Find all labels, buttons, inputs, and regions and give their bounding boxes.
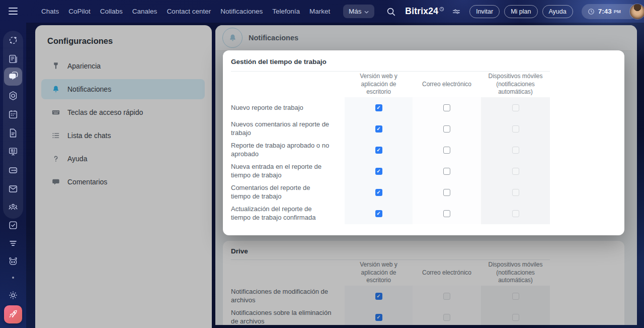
checkbox-disabled [512, 189, 519, 196]
checkbox-cell [413, 104, 481, 111]
table-row: Reporte de trabajo aprobado o no aprobad… [231, 140, 550, 161]
time-text: 7:43 [598, 8, 612, 15]
row-label: Actualización del reporte de tiempo de t… [231, 205, 345, 222]
column-header-version-web: Versión web y aplicación de escritorio [345, 73, 413, 96]
checkbox-cell [413, 168, 481, 175]
table-row: Nuevos comentarios al reporte de trabajo… [231, 118, 550, 140]
table-header-row: Versión web y aplicación de escritorioCo… [231, 72, 550, 97]
checkbox-cell [481, 104, 550, 111]
modal-table: Versión web y aplicación de escritorioCo… [231, 71, 616, 224]
section-title: Gestión del tiempo de trabajo [231, 50, 616, 71]
row-label: Nueva entrada en el reporte de tiempo de… [231, 163, 345, 180]
checkbox-unchecked[interactable] [443, 210, 450, 217]
bot-icon[interactable] [4, 252, 22, 271]
checkbox-cell: ✓ [345, 147, 413, 154]
checkbox-cell: ✓ [345, 168, 413, 175]
checkbox-cell [481, 168, 550, 175]
nav-item-collabs[interactable]: Collabs [100, 8, 123, 15]
topbar-right: Bitrix24 InvitarMi planAyuda 7:43 PM [385, 0, 638, 23]
share-network-icon[interactable] [4, 31, 22, 49]
top-nav: ChatsCoPilotCollabsCanalesContact center… [41, 0, 330, 23]
document-icon[interactable] [4, 124, 22, 142]
more-label: Más [349, 8, 362, 15]
drive-icon[interactable] [4, 161, 22, 179]
nav-item-canales[interactable]: Canales [132, 8, 157, 15]
checkbox-checked[interactable]: ✓ [375, 189, 382, 196]
nav-item-chats[interactable]: Chats [41, 8, 59, 15]
checkbox-disabled [512, 147, 519, 154]
left-rail [0, 23, 26, 328]
checkbox-cell: ✓ [345, 189, 413, 196]
checkbox-checked[interactable]: ✓ [375, 125, 382, 133]
time-widget[interactable]: 7:43 PM [582, 4, 638, 19]
checkbox-checked[interactable]: ✓ [375, 104, 382, 111]
chevron-down-icon [364, 11, 369, 14]
checkbox-cell [481, 125, 550, 133]
topbar-buttons: InvitarMi planAyuda [469, 5, 573, 18]
tasks-icon[interactable] [4, 216, 22, 234]
checkbox-unchecked[interactable] [443, 189, 450, 196]
checkbox-cell [481, 210, 550, 217]
checkbox-cell [413, 125, 481, 133]
row-label: Nuevos comentarios al reporte de trabajo [231, 120, 345, 138]
table-row: Nuevo reporte de trabajo✓ [231, 97, 550, 118]
people-icon[interactable] [4, 198, 22, 216]
news-feed-icon[interactable] [4, 50, 22, 68]
work-time-section-modal: Gestión del tiempo de trabajo Versión we… [223, 50, 624, 235]
calendar-icon[interactable] [4, 105, 22, 123]
plan-sliders-icon[interactable] [452, 7, 461, 16]
more-menu-button[interactable]: Más [343, 5, 374, 18]
notification-table: Versión web y aplicación de escritorioCo… [231, 71, 550, 224]
checkbox-checked[interactable]: ✓ [375, 147, 382, 154]
checkbox-cell: ✓ [345, 125, 413, 133]
search-icon[interactable] [385, 6, 396, 17]
crm-funnel-icon[interactable] [4, 234, 22, 252]
nav-item-market[interactable]: Market [309, 8, 330, 15]
checkbox-cell [413, 189, 481, 196]
brand-text: Bitrix [405, 6, 428, 17]
bitrix24-logo: Bitrix24 [405, 6, 444, 17]
invitar-button[interactable]: Invitar [469, 5, 500, 18]
column-header-dispositivos-moviles: Dispositivos móviles (notificaciones aut… [481, 73, 550, 96]
top-bar: ChatsCoPilotCollabsCanalesContact center… [0, 0, 644, 23]
rocket-icon[interactable] [4, 305, 22, 323]
row-label: Reporte de trabajo aprobado o no aprobad… [231, 142, 345, 159]
checkbox-cell [481, 147, 550, 154]
checkbox-unchecked[interactable] [443, 104, 450, 111]
nav-item-contact-center[interactable]: Contact center [167, 8, 211, 15]
chats-icon[interactable] [4, 68, 22, 86]
table-row: Nueva entrada en el reporte de tiempo de… [231, 161, 550, 182]
clock-badge-icon [439, 7, 444, 12]
row-label: Comentarios del reporte de tiempo de tra… [231, 184, 345, 201]
checkbox-disabled [512, 104, 519, 111]
nav-item-notificaciones[interactable]: Notificaciones [220, 8, 263, 15]
row-label: Nuevo reporte de trabajo [231, 104, 345, 112]
checkbox-unchecked[interactable] [443, 125, 450, 133]
brand-number: 24 [428, 6, 438, 17]
nav-item-telefonia[interactable]: Telefonía [272, 8, 300, 15]
copilot-icon[interactable] [4, 87, 22, 105]
checkbox-cell [481, 189, 550, 196]
checkbox-cell: ✓ [345, 210, 413, 217]
checkbox-unchecked[interactable] [443, 168, 450, 175]
checkbox-cell [413, 210, 481, 217]
nav-item-copilot[interactable]: CoPilot [68, 8, 91, 15]
menu-hamburger-icon[interactable] [9, 7, 18, 16]
checkbox-disabled [512, 125, 519, 133]
checkbox-checked[interactable]: ✓ [375, 168, 382, 175]
table-row: Actualización del reporte de tiempo de t… [231, 203, 550, 224]
presentation-board-icon[interactable] [4, 143, 22, 161]
checkbox-checked[interactable]: ✓ [375, 210, 382, 217]
avatar[interactable] [630, 4, 644, 19]
mi-plan-button[interactable]: Mi plan [504, 5, 537, 18]
checkbox-disabled [512, 210, 519, 217]
table-row: Comentarios del reporte de tiempo de tra… [231, 182, 550, 203]
checkbox-cell [413, 147, 481, 154]
settings-gear-icon[interactable] [4, 286, 22, 304]
dot-indicator [4, 269, 22, 287]
clock-icon [588, 8, 595, 15]
mail-icon[interactable] [4, 180, 22, 198]
checkbox-unchecked[interactable] [443, 147, 450, 154]
ayuda-button[interactable]: Ayuda [542, 5, 573, 18]
column-header-correo-electronico: Correo electrónico [413, 81, 481, 89]
